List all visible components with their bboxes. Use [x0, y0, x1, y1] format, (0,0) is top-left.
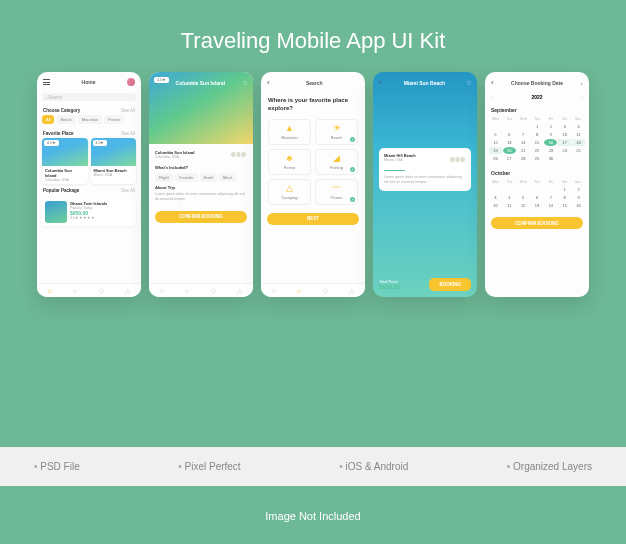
chip-forest[interactable]: Forest	[104, 115, 123, 124]
screen-search: ‹ Search Where is your favorite place ex…	[261, 72, 365, 297]
calendar-day[interactable]: 2	[544, 123, 557, 130]
calendar-day[interactable]: 24	[558, 147, 571, 154]
popular-label: Popular Package	[43, 188, 79, 193]
calendar-day[interactable]: 10	[558, 131, 571, 138]
calendar-day[interactable]: 15	[558, 202, 571, 209]
disclaimer-text: Image Not Included	[0, 510, 626, 522]
nav-bookmark-icon[interactable]: ◇	[99, 287, 104, 295]
calendar-day[interactable]: 7	[544, 194, 557, 201]
back-icon[interactable]: ‹	[491, 78, 494, 87]
nav-bookmark-icon[interactable]: ◇	[323, 287, 328, 295]
calendar-day[interactable]: 25	[572, 147, 585, 154]
calendar-day[interactable]: 16	[544, 139, 557, 146]
nav-profile-icon[interactable]: △	[237, 287, 242, 295]
page-title: Traveling Mobile App UI Kit	[0, 0, 626, 72]
month-label: October	[485, 166, 589, 178]
calendar-day[interactable]: 28	[517, 155, 530, 162]
calendar-day[interactable]: 11	[572, 131, 585, 138]
calendar-day[interactable]: 27	[503, 155, 516, 162]
calendar-day[interactable]: 19	[489, 147, 502, 154]
search-input[interactable]: ⌕ Search	[42, 93, 136, 101]
nav-search-icon[interactable]: ⌕	[73, 287, 77, 294]
see-all-link[interactable]: See All	[121, 108, 135, 113]
screens-row: Home ⌕ Search Choose CategorySee All All…	[0, 72, 626, 297]
calendar-day[interactable]: 29	[531, 155, 544, 162]
confirm-booking-button[interactable]: CONFIRM BOOKING	[491, 217, 583, 229]
bottom-nav: ⌂ ⌕ ◇ △	[149, 283, 253, 297]
calendar-day[interactable]: 18	[572, 139, 585, 146]
category-tile-camping[interactable]: △Camping	[268, 179, 311, 205]
calendar-day[interactable]: 16	[572, 202, 585, 209]
see-all-link[interactable]: See All	[121, 131, 135, 136]
calendar-day[interactable]: 6	[531, 194, 544, 201]
booking-button[interactable]: BOOKING	[429, 278, 471, 291]
category-tile-mountain[interactable]: ▲Mountain	[268, 119, 311, 145]
calendar-day[interactable]: 23	[544, 147, 557, 154]
nav-profile-icon[interactable]: △	[125, 287, 130, 295]
nav-home-icon[interactable]: ⌂	[160, 287, 164, 294]
calendar-day[interactable]: 5	[489, 131, 502, 138]
calendar-day[interactable]: 12	[517, 202, 530, 209]
calendar-day[interactable]: 21	[517, 147, 530, 154]
calendar-day[interactable]: 14	[517, 139, 530, 146]
calendar-day[interactable]: 4	[503, 194, 516, 201]
calendar-day[interactable]: 30	[544, 155, 557, 162]
calendar-day[interactable]: 9	[544, 131, 557, 138]
calendar-grid-sept[interactable]: 1234567891011121314151617181920212223242…	[485, 123, 589, 166]
calendar-day[interactable]: 5	[517, 194, 530, 201]
calendar-day[interactable]: 3	[558, 123, 571, 130]
calendar-day[interactable]: 15	[531, 139, 544, 146]
calendar-day[interactable]: 1	[558, 186, 571, 193]
package-card[interactable]: Ghana Twin Islands Popular Today $950.00…	[42, 198, 136, 226]
chip-all[interactable]: All	[42, 115, 54, 124]
see-all-link[interactable]: See All	[121, 188, 135, 193]
calendar-day[interactable]: 14	[544, 202, 557, 209]
calendar-day[interactable]: 10	[489, 202, 502, 209]
tile-label: Forest	[284, 165, 295, 170]
place-card[interactable]: 4.5★ Miami Sun BeachMiami, USA	[91, 138, 137, 184]
category-tile-ocean[interactable]: 〰Ocean✓	[315, 179, 358, 205]
calendar-day[interactable]: 8	[531, 131, 544, 138]
calendar-day[interactable]: 6	[503, 131, 516, 138]
calendar-day[interactable]: 22	[531, 147, 544, 154]
avatar[interactable]	[127, 78, 135, 86]
place-card[interactable]: 4.5★ Columbia Sun IslandColumbia, USA	[42, 138, 88, 184]
calendar-day[interactable]: 12	[489, 139, 502, 146]
screen-title: Miami Sun Beach	[404, 80, 445, 86]
chip-beach[interactable]: Beach	[56, 115, 75, 124]
year-prev-icon[interactable]: ‹	[491, 95, 493, 100]
confirm-booking-button[interactable]: CONFIRM BOOKING	[155, 211, 247, 223]
calendar-day[interactable]: 11	[503, 202, 516, 209]
next-button[interactable]: NEXT	[267, 213, 359, 225]
calendar-day[interactable]: 26	[489, 155, 502, 162]
back-icon[interactable]: ‹	[267, 78, 270, 87]
nav-home-icon[interactable]: ⌂	[272, 287, 276, 294]
year-next-icon[interactable]: ›	[582, 95, 584, 100]
nav-search-icon[interactable]: ⌕	[297, 287, 301, 294]
bookmark-icon[interactable]: ♡	[243, 80, 247, 86]
back-icon[interactable]: ‹	[379, 78, 382, 87]
calendar-grid-oct[interactable]: 12345678910111213141516	[485, 186, 589, 213]
calendar-day[interactable]: 17	[558, 139, 571, 146]
calendar-day[interactable]: 3	[489, 194, 502, 201]
calendar-day[interactable]: 20	[503, 147, 516, 154]
calendar-day[interactable]: 8	[558, 194, 571, 201]
nav-profile-icon[interactable]: △	[349, 287, 354, 295]
nav-search-icon[interactable]: ⌕	[185, 287, 189, 294]
nav-home-icon[interactable]: ⌂	[48, 287, 52, 294]
calendar-day[interactable]: 13	[531, 202, 544, 209]
menu-icon[interactable]	[43, 79, 50, 85]
calendar-day[interactable]: 1	[531, 123, 544, 130]
calendar-day[interactable]: 13	[503, 139, 516, 146]
calendar-day[interactable]: 9	[572, 194, 585, 201]
category-tile-fishing[interactable]: ◢Fishing✓	[315, 149, 358, 175]
calendar-day[interactable]: 2	[572, 186, 585, 193]
category-tile-forest[interactable]: ♣Forest	[268, 149, 311, 175]
category-tile-beach[interactable]: ☀Beach✓	[315, 119, 358, 145]
bell-icon[interactable]: ♪	[581, 80, 584, 86]
calendar-day[interactable]: 7	[517, 131, 530, 138]
nav-bookmark-icon[interactable]: ◇	[211, 287, 216, 295]
calendar-day[interactable]: 4	[572, 123, 585, 130]
bookmark-icon[interactable]: ♡	[467, 80, 471, 86]
chip-mountain[interactable]: Mountain	[78, 115, 102, 124]
